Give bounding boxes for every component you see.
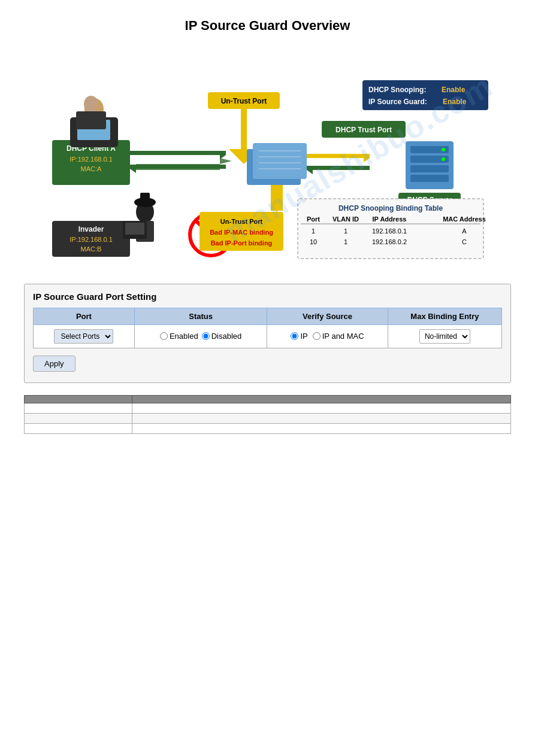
svg-text:10: 10 <box>309 238 316 245</box>
verify-ip-mac-text: IP and MAC <box>322 332 364 341</box>
svg-text:MAC:B: MAC:B <box>80 245 101 253</box>
svg-rect-45 <box>410 175 449 182</box>
col-header-port: Port <box>34 308 135 325</box>
svg-marker-39 <box>307 166 370 170</box>
bottom-table-cell-2-1 <box>25 414 132 424</box>
bottom-table-cell-1-1 <box>25 403 132 414</box>
svg-text:192.168.0.2: 192.168.0.2 <box>371 238 406 245</box>
svg-text:IP:192.168.0.1: IP:192.168.0.1 <box>69 156 113 163</box>
max-binding-cell[interactable]: No-limited 1 2 3 4 5 <box>388 325 501 348</box>
diagram-svg: DHCP Client A IP:192.168.0.1 MAC:A Invad… <box>34 44 501 266</box>
status-enabled-label[interactable]: Enabled <box>160 332 198 341</box>
page-title: IP Source Guard Overview <box>0 0 535 44</box>
svg-marker-27 <box>130 165 226 169</box>
svg-text:MAC:A: MAC:A <box>80 165 102 172</box>
svg-marker-25 <box>130 151 226 155</box>
svg-text:MAC Address: MAC Address <box>443 215 486 223</box>
max-binding-select[interactable]: No-limited 1 2 3 4 5 <box>419 329 470 344</box>
svg-text:DHCP Snooping:: DHCP Snooping: <box>368 86 426 94</box>
svg-text:1: 1 <box>311 227 315 235</box>
table-row <box>25 424 511 434</box>
status-disabled-label[interactable]: Disabled <box>202 332 242 341</box>
svg-marker-37 <box>307 154 370 158</box>
svg-rect-30 <box>253 143 307 179</box>
svg-text:DHCP Trust Port: DHCP Trust Port <box>335 126 392 134</box>
bottom-table-header-2 <box>132 396 511 403</box>
status-disabled-text: Disabled <box>211 332 242 341</box>
bottom-table-cell-1-2 <box>132 403 511 414</box>
svg-text:Bad IP-MAC binding: Bad IP-MAC binding <box>210 229 273 236</box>
col-header-verify-source: Verify Source <box>267 308 388 325</box>
svg-text:Enable: Enable <box>442 86 466 94</box>
diagram-area: manualshibuo.com DHCP Client A IP:192.16… <box>34 44 501 266</box>
svg-rect-44 <box>410 165 449 172</box>
verify-source-cell: IP IP and MAC <box>267 325 388 348</box>
svg-point-47 <box>442 157 445 161</box>
port-cell[interactable]: Select Ports <box>34 325 135 348</box>
svg-rect-8 <box>76 111 106 129</box>
bottom-table <box>24 395 511 434</box>
svg-text:Port: Port <box>307 215 320 223</box>
svg-text:IP Address: IP Address <box>372 215 406 223</box>
table-row <box>25 414 511 424</box>
verify-ip-label[interactable]: IP <box>291 332 307 341</box>
svg-text:Un-Trust Port: Un-Trust Port <box>220 218 262 225</box>
verify-ip-mac-label[interactable]: IP and MAC <box>313 332 364 341</box>
apply-button[interactable]: Apply <box>33 356 75 372</box>
bottom-table-cell-3-1 <box>25 424 132 434</box>
svg-text:C: C <box>462 238 467 245</box>
svg-text:Bad IP-Port binding: Bad IP-Port binding <box>210 239 272 247</box>
svg-text:Un-Trust Port: Un-Trust Port <box>220 97 267 105</box>
status-radio-group: Enabled Disabled <box>160 332 241 341</box>
bottom-table-cell-2-2 <box>132 414 511 424</box>
svg-point-7 <box>84 96 98 113</box>
svg-rect-16 <box>140 193 150 204</box>
verify-ip-mac-radio[interactable] <box>313 332 321 340</box>
table-row <box>25 403 511 414</box>
col-header-status: Status <box>134 308 267 325</box>
col-header-max-binding: Max Binding Entry <box>388 308 501 325</box>
svg-text:1: 1 <box>343 227 347 235</box>
bottom-table-section <box>24 395 511 434</box>
svg-text:1: 1 <box>343 238 347 245</box>
svg-text:IP:192.168.0.1: IP:192.168.0.1 <box>69 236 113 243</box>
verify-source-radio-group: IP IP and MAC <box>291 332 364 341</box>
svg-text:Enable: Enable <box>443 98 467 106</box>
form-section-title: IP Source Guard Port Setting <box>33 292 502 302</box>
bottom-table-header-1 <box>25 396 132 403</box>
status-enabled-text: Enabled <box>170 332 198 341</box>
svg-rect-18 <box>125 223 144 235</box>
svg-text:IP Source Guard:: IP Source Guard: <box>368 98 427 106</box>
port-setting-table: Port Status Verify Source Max Binding En… <box>33 308 502 348</box>
svg-text:A: A <box>462 227 467 235</box>
status-cell: Enabled Disabled <box>134 325 267 348</box>
bottom-table-cell-3-2 <box>132 424 511 434</box>
table-row: Select Ports Enabled Disabled <box>34 325 502 348</box>
svg-point-46 <box>442 148 445 151</box>
svg-text:Invader: Invader <box>78 225 104 233</box>
verify-ip-radio[interactable] <box>291 332 298 340</box>
svg-text:192.168.0.1: 192.168.0.1 <box>371 227 406 235</box>
svg-text:DHCP Snooping Binding Table: DHCP Snooping Binding Table <box>338 204 443 212</box>
verify-ip-text: IP <box>300 332 307 341</box>
svg-text:VLAN ID: VLAN ID <box>333 215 359 223</box>
form-section: IP Source Guard Port Setting Port Status… <box>24 284 511 383</box>
status-enabled-radio[interactable] <box>160 332 168 340</box>
status-disabled-radio[interactable] <box>202 332 210 340</box>
port-select[interactable]: Select Ports <box>54 329 113 344</box>
